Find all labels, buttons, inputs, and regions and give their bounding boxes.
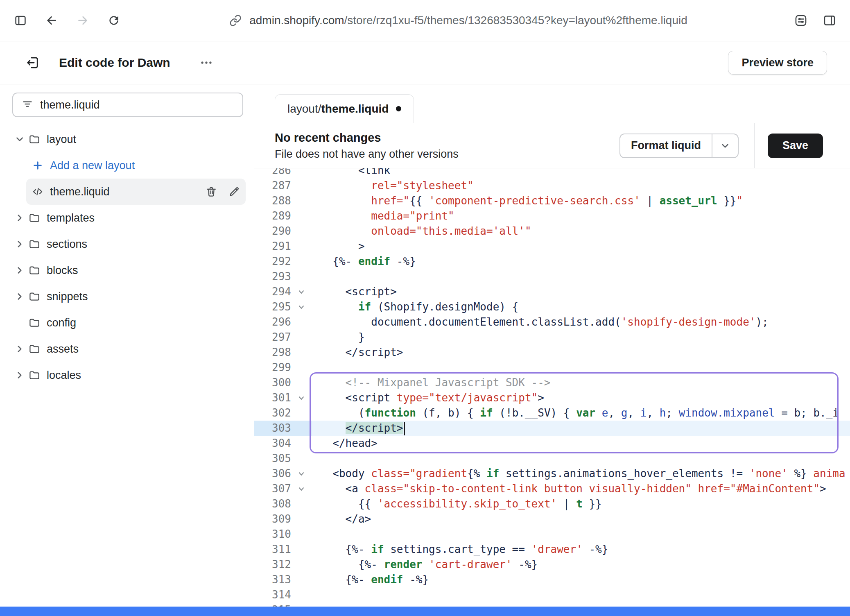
sidebar-item-config[interactable]: config bbox=[8, 310, 246, 336]
fold-toggle-icon[interactable] bbox=[291, 481, 312, 496]
sidebar-item-assets[interactable]: assets bbox=[8, 336, 246, 362]
rename-file-button[interactable] bbox=[227, 184, 242, 199]
editor-main: layout/theme.liquid No recent changes Fi… bbox=[254, 84, 850, 607]
line-number: 307 bbox=[254, 481, 291, 496]
filter-icon bbox=[21, 98, 34, 112]
line-number: 310 bbox=[254, 527, 291, 542]
code-line-291: 291 > bbox=[254, 239, 850, 254]
fold-placeholder bbox=[291, 345, 312, 360]
link-icon bbox=[227, 11, 244, 30]
chevron-down-icon[interactable] bbox=[12, 132, 27, 147]
code-line-293: 293 bbox=[254, 269, 850, 284]
sidebar-item-label: snippets bbox=[47, 290, 88, 303]
code-line-297: 297 } bbox=[254, 330, 850, 345]
file-search-input[interactable] bbox=[40, 99, 234, 111]
line-number: 305 bbox=[254, 451, 291, 466]
fold-placeholder bbox=[291, 208, 312, 224]
format-liquid-button[interactable]: Format liquid bbox=[620, 134, 712, 157]
fold-placeholder bbox=[291, 315, 312, 330]
code-line-295: 295 if (Shopify.designMode) { bbox=[254, 299, 850, 315]
line-number: 289 bbox=[254, 208, 291, 224]
line-number: 290 bbox=[254, 224, 291, 239]
line-number: 286 bbox=[254, 168, 291, 178]
tab-theme-liquid[interactable]: layout/theme.liquid bbox=[275, 94, 414, 123]
fold-placeholder bbox=[291, 375, 312, 390]
format-options-caret-button[interactable] bbox=[712, 134, 738, 157]
line-number: 301 bbox=[254, 390, 291, 405]
fold-toggle-icon[interactable] bbox=[291, 299, 312, 315]
fold-placeholder bbox=[291, 587, 312, 602]
format-liquid-split-button: Format liquid bbox=[619, 134, 739, 158]
fold-placeholder bbox=[291, 557, 312, 572]
sidebar-item-add-new-layout[interactable]: Add a new layout bbox=[26, 152, 246, 179]
fold-toggle-icon[interactable] bbox=[291, 284, 312, 299]
chevron-right-icon[interactable] bbox=[12, 368, 27, 383]
chevron-right-icon[interactable] bbox=[12, 263, 27, 278]
back-button[interactable] bbox=[42, 11, 61, 30]
code-line-292: 292 {%- endif -%} bbox=[254, 254, 850, 269]
sidebar-item-locales[interactable]: locales bbox=[8, 362, 246, 388]
sidebar-item-snippets[interactable]: snippets bbox=[8, 283, 246, 310]
file-status-text: No recent changes File does not have any… bbox=[275, 131, 459, 161]
file-row-actions bbox=[204, 184, 242, 199]
line-number: 302 bbox=[254, 405, 291, 421]
sidebar-item-blocks[interactable]: blocks bbox=[8, 257, 246, 283]
line-number: 293 bbox=[254, 269, 291, 284]
code-line-304: 304 </head> bbox=[254, 436, 850, 451]
code-line-286: 286 <link bbox=[254, 168, 850, 178]
chevron-right-icon[interactable] bbox=[12, 237, 27, 251]
fold-placeholder bbox=[291, 330, 312, 345]
code-line-315: 315 bbox=[254, 602, 850, 607]
sidebar-item-sections[interactable]: sections bbox=[8, 231, 246, 257]
side-panel-button[interactable] bbox=[820, 11, 839, 30]
sidebar-item-templates[interactable]: templates bbox=[8, 205, 246, 231]
code-line-310: 310 bbox=[254, 527, 850, 542]
chevron-right-icon[interactable] bbox=[12, 211, 27, 225]
file-search-box[interactable] bbox=[12, 93, 243, 117]
forward-button[interactable] bbox=[73, 11, 93, 30]
fold-placeholder bbox=[291, 193, 312, 208]
line-number: 314 bbox=[254, 587, 291, 602]
line-number: 304 bbox=[254, 436, 291, 451]
code-line-296: 296 document.documentElement.classList.a… bbox=[254, 315, 850, 330]
code-lines: 286 <link287 rel="stylesheet"288 href="{… bbox=[254, 168, 850, 607]
fold-placeholder bbox=[291, 178, 312, 193]
folder-icon bbox=[27, 132, 42, 147]
folder-icon bbox=[27, 263, 42, 278]
line-number: 300 bbox=[254, 375, 291, 390]
folder-icon bbox=[27, 342, 42, 356]
line-number: 303 bbox=[254, 421, 291, 436]
sidebar-item-label: sections bbox=[47, 238, 87, 251]
more-actions-button[interactable] bbox=[197, 53, 216, 72]
line-number: 298 bbox=[254, 345, 291, 360]
sidebar-item-layout[interactable]: layout bbox=[8, 126, 246, 152]
preview-store-button[interactable]: Preview store bbox=[728, 51, 827, 75]
chevron-right-icon[interactable] bbox=[12, 289, 27, 304]
fold-placeholder bbox=[291, 451, 312, 466]
fold-toggle-icon[interactable] bbox=[291, 466, 312, 481]
address-bar[interactable]: admin.shopify.com/store/rzq1xu-f5/themes… bbox=[135, 11, 780, 30]
code-editor[interactable]: 286 <link287 rel="stylesheet"288 href="{… bbox=[254, 168, 850, 607]
page-title: Edit code for Dawn bbox=[59, 56, 170, 70]
line-number: 312 bbox=[254, 557, 291, 572]
fold-placeholder bbox=[291, 572, 312, 587]
window-sidebar-toggle-button[interactable] bbox=[11, 11, 30, 30]
reload-button[interactable] bbox=[104, 11, 124, 30]
browser-toolbar: admin.shopify.com/store/rzq1xu-f5/themes… bbox=[0, 0, 850, 41]
save-button[interactable]: Save bbox=[768, 134, 823, 158]
code-line-314: 314 bbox=[254, 587, 850, 602]
line-number: 315 bbox=[254, 602, 291, 607]
line-number: 287 bbox=[254, 178, 291, 193]
panel-divider bbox=[754, 123, 755, 168]
folder-icon bbox=[27, 368, 42, 383]
exit-code-editor-button[interactable] bbox=[23, 53, 43, 72]
fold-placeholder bbox=[291, 224, 312, 239]
extensions-icon-button[interactable] bbox=[791, 11, 811, 30]
fold-placeholder bbox=[291, 436, 312, 451]
fold-placeholder bbox=[291, 405, 312, 421]
chevron-right-icon[interactable] bbox=[12, 342, 27, 356]
chevron-placeholder bbox=[12, 315, 27, 330]
delete-file-button[interactable] bbox=[204, 184, 219, 199]
fold-toggle-icon[interactable] bbox=[291, 390, 312, 405]
sidebar-item-theme-liquid[interactable]: theme.liquid bbox=[26, 179, 246, 205]
